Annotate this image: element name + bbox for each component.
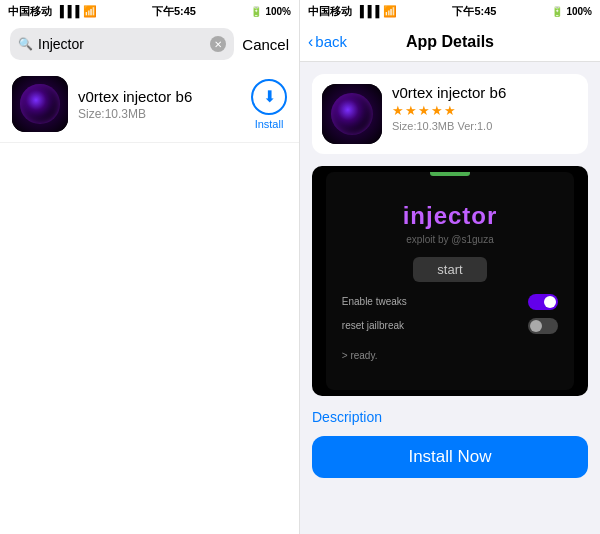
left-panel: 中国移动 ▐▐▐ 📶 下午5:45 🔋 100% 🔍 Injector ✕ Ca…: [0, 0, 300, 534]
start-button-screenshot: start: [413, 257, 486, 282]
back-label[interactable]: back: [315, 33, 347, 50]
injector-title: injector: [403, 202, 498, 230]
install-circle-icon: ⬇: [251, 79, 287, 115]
toggle-2-switch: [528, 318, 558, 334]
left-wifi-icon: 📶: [83, 5, 97, 18]
right-wifi-icon: 📶: [383, 5, 397, 18]
screenshot-container: injector exploit by @s1guza start Enable…: [312, 166, 588, 396]
left-battery-pct: 100%: [265, 6, 291, 17]
right-signal-icon: ▐▐▐: [356, 5, 379, 17]
vortex-inner-graphic: [20, 84, 59, 123]
nav-bar: ‹ back App Details: [300, 22, 600, 62]
star-3: ★: [418, 103, 430, 118]
stars-row: ★ ★ ★ ★ ★: [392, 103, 578, 118]
list-item: v0rtex injector b6 Size:10.3MB ⬇ Install: [0, 66, 299, 143]
right-content: v0rtex injector b6 ★ ★ ★ ★ ★ Size:10.3MB…: [300, 62, 600, 534]
app-icon-right: [322, 84, 382, 144]
search-bar-row: 🔍 Injector ✕ Cancel: [0, 22, 299, 66]
back-button[interactable]: ‹ back: [308, 33, 347, 51]
toggle-1-label: Enable tweaks: [342, 296, 407, 307]
left-time: 下午5:45: [152, 4, 196, 19]
install-label-left: Install: [255, 118, 284, 130]
app-detail-name: v0rtex injector b6: [392, 84, 578, 101]
toggle-2-label: reset jailbreak: [342, 320, 404, 331]
search-icon: 🔍: [18, 37, 33, 51]
star-5: ★: [444, 103, 456, 118]
star-4: ★: [431, 103, 443, 118]
star-2: ★: [405, 103, 417, 118]
left-carrier: 中国移动: [8, 4, 52, 19]
app-name-left: v0rtex injector b6: [78, 88, 241, 105]
right-carrier: 中国移动: [308, 4, 352, 19]
app-detail-meta: Size:10.3MB Ver:1.0: [392, 120, 578, 132]
search-clear-button[interactable]: ✕: [210, 36, 226, 52]
app-icon-left: [12, 76, 68, 132]
app-detail-header: v0rtex injector b6 ★ ★ ★ ★ ★ Size:10.3MB…: [312, 74, 588, 154]
right-status-indicators: 🔋 100%: [551, 6, 592, 17]
app-size-left: Size:10.3MB: [78, 107, 241, 121]
toggle-1-switch: [528, 294, 558, 310]
right-time: 下午5:45: [452, 4, 496, 19]
left-status-right: 🔋 100%: [250, 6, 291, 17]
toggle-row-2: reset jailbreak: [342, 318, 558, 334]
right-battery-icon: 🔋: [551, 6, 563, 17]
left-status-bar: 中国移动 ▐▐▐ 📶 下午5:45 🔋 100%: [0, 0, 299, 22]
vortex-icon-graphic: [12, 76, 68, 132]
screenshot-inner: injector exploit by @s1guza start Enable…: [326, 172, 574, 391]
right-battery-pct: 100%: [566, 6, 592, 17]
install-now-button[interactable]: Install Now: [312, 436, 588, 478]
description-label: Description: [312, 409, 382, 425]
nav-title: App Details: [406, 33, 494, 51]
vortex-icon-right-graphic: [322, 84, 382, 144]
app-detail-info: v0rtex injector b6 ★ ★ ★ ★ ★ Size:10.3MB…: [392, 84, 578, 132]
green-bar: [430, 172, 470, 176]
description-section: Description: [312, 408, 588, 430]
right-panel: 中国移动 ▐▐▐ 📶 下午5:45 🔋 100% ‹ back App Deta…: [300, 0, 600, 534]
star-1: ★: [392, 103, 404, 118]
vortex-inner-right-graphic: [331, 93, 373, 135]
search-text[interactable]: Injector: [38, 36, 205, 52]
install-button-left[interactable]: ⬇ Install: [251, 79, 287, 130]
search-box[interactable]: 🔍 Injector ✕: [10, 28, 234, 60]
toggles-section: Enable tweaks reset jailbreak: [342, 294, 558, 334]
right-status-bar: 中国移动 ▐▐▐ 📶 下午5:45 🔋 100%: [300, 0, 600, 22]
left-battery-icon: 🔋: [250, 6, 262, 17]
left-status-left: 中国移动 ▐▐▐ 📶: [8, 4, 97, 19]
chevron-left-icon: ‹: [308, 33, 313, 51]
left-signal-icon: ▐▐▐: [56, 5, 79, 17]
toggle-row-1: Enable tweaks: [342, 294, 558, 310]
app-info: v0rtex injector b6 Size:10.3MB: [78, 88, 241, 121]
ready-text: > ready.: [342, 350, 378, 361]
exploit-text: exploit by @s1guza: [406, 234, 493, 245]
cancel-button[interactable]: Cancel: [242, 36, 289, 53]
right-status-left: 中国移动 ▐▐▐ 📶: [308, 4, 397, 19]
